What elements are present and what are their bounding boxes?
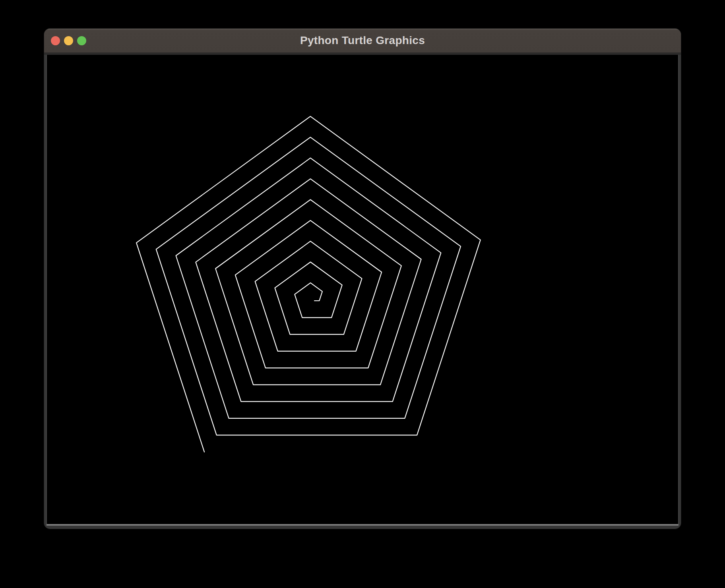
window-titlebar[interactable]: Python Turtle Graphics [44, 29, 681, 55]
pentagon-spiral-drawing [47, 55, 678, 524]
zoom-button[interactable] [77, 36, 86, 45]
window-bottom-edge [47, 524, 678, 526]
close-button[interactable] [51, 36, 60, 45]
minimize-button[interactable] [64, 36, 73, 45]
traffic-light-group [51, 29, 86, 52]
turtle-canvas [47, 55, 678, 524]
turtle-graphics-window: Python Turtle Graphics [44, 29, 681, 529]
window-title: Python Turtle Graphics [44, 34, 681, 47]
desktop-background: Python Turtle Graphics [0, 0, 725, 588]
spiral-polyline [136, 116, 481, 452]
